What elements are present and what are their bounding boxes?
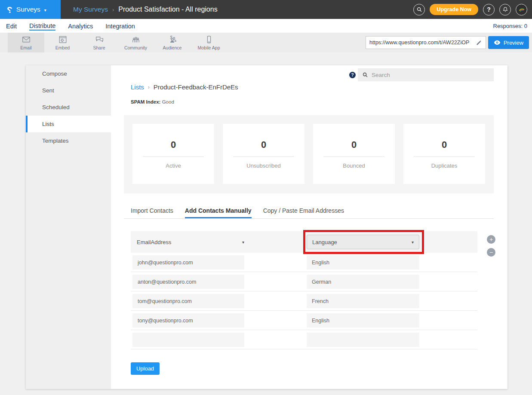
stat-card-duplicates: 0 Duplicates — [403, 124, 485, 184]
upgrade-now-button[interactable]: Upgrade Now — [430, 4, 478, 15]
toolbar-item-community[interactable]: Community — [117, 33, 154, 52]
distribute-toolbar: Email Embed Share Community $ Audience M… — [0, 33, 532, 52]
nav-item-integration[interactable]: Integration — [105, 22, 135, 30]
community-icon — [131, 35, 141, 44]
survey-nav: Edit Distribute Analytics Integration Re… — [0, 19, 532, 33]
sidebar-item-scheduled[interactable]: Scheduled — [26, 99, 111, 116]
avatar-rainbow-icon — [518, 6, 526, 13]
language-field[interactable] — [307, 275, 419, 289]
top-bar: ? Surveys ▾ My Surveys › Product Satisfa… — [0, 0, 532, 19]
email-field[interactable] — [132, 313, 244, 328]
list-breadcrumb: Lists › Product-Feedback-EnFrDeEs — [131, 83, 238, 91]
toolbar-item-email[interactable]: Email — [8, 33, 44, 52]
contact-row — [131, 311, 477, 330]
email-field[interactable] — [132, 255, 244, 269]
bell-icon — [502, 6, 508, 12]
email-field[interactable] — [132, 333, 244, 347]
chevron-down-icon: ▾ — [412, 240, 414, 245]
stat-card-active: 0 Active — [132, 124, 214, 184]
contacts-table: EmailAddress ▾ Language ▾ — [131, 231, 477, 349]
chevron-down-icon: ▾ — [242, 240, 244, 245]
sidebar-item-lists[interactable]: Lists — [26, 116, 111, 132]
contact-row — [131, 330, 477, 349]
email-field[interactable] — [132, 294, 244, 308]
preview-button[interactable]: Preview — [488, 36, 529, 49]
survey-url-group — [366, 36, 486, 49]
contacts-table-header: EmailAddress ▾ Language ▾ — [131, 231, 477, 253]
embed-icon — [58, 35, 68, 44]
search-button[interactable] — [413, 4, 425, 15]
contacts-tabs: Import Contacts Add Contacts Manually Co… — [124, 205, 494, 219]
stat-card-bounced: 0 Bounced — [313, 124, 395, 184]
list-search-box — [358, 68, 494, 81]
breadcrumb-my-surveys[interactable]: My Surveys — [73, 6, 108, 13]
spam-index: SPAM Index: Good — [131, 99, 174, 104]
help-button[interactable]: ? — [483, 4, 495, 15]
topbar-actions: Upgrade Now ? — [413, 0, 527, 19]
language-field[interactable] — [307, 313, 419, 328]
lists-content: ? Lists › Product-Feedback-EnFrDeEs SPAM… — [111, 65, 507, 389]
divider — [143, 156, 204, 157]
sidebar-item-compose[interactable]: Compose — [26, 65, 111, 82]
contact-row — [131, 253, 477, 272]
eye-icon — [494, 40, 501, 45]
contact-row — [131, 291, 477, 311]
product-switcher[interactable]: ? Surveys ▾ — [0, 0, 61, 19]
list-help-icon[interactable]: ? — [349, 72, 356, 78]
email-icon — [21, 35, 31, 44]
notifications-button[interactable] — [499, 4, 511, 15]
divider — [323, 156, 384, 157]
sidebar-item-templates[interactable]: Templates — [26, 132, 111, 149]
language-field[interactable] — [307, 333, 419, 347]
email-column-select[interactable]: EmailAddress ▾ — [137, 237, 244, 247]
nav-item-distribute[interactable]: Distribute — [29, 21, 55, 31]
divider — [233, 156, 294, 157]
survey-url-input[interactable] — [369, 40, 474, 46]
avatar[interactable] — [516, 4, 527, 15]
breadcrumb-lists-link[interactable]: Lists — [131, 83, 144, 91]
list-stats: 0 Active 0 Unsubscribed 0 Bounced 0 Dupl… — [124, 115, 494, 193]
remove-row-button[interactable]: − — [487, 248, 495, 257]
toolbar-item-embed[interactable]: Embed — [44, 33, 81, 52]
search-icon — [362, 72, 368, 78]
nav-item-edit[interactable]: Edit — [6, 22, 17, 30]
email-lists-panel: Compose Sent Scheduled Lists Templates ?… — [26, 65, 507, 389]
page-title: Product Satisfaction - All regions — [118, 6, 217, 13]
tab-import-contacts[interactable]: Import Contacts — [131, 205, 173, 218]
email-sidebar: Compose Sent Scheduled Lists Templates — [26, 65, 111, 389]
contact-row — [131, 272, 477, 291]
breadcrumb-separator-icon: › — [112, 6, 114, 13]
help-icon: ? — [487, 6, 491, 13]
product-name: Surveys — [16, 6, 40, 13]
toolbar-item-share[interactable]: Share — [81, 33, 117, 52]
search-icon — [416, 6, 422, 12]
breadcrumb: My Surveys › Product Satisfaction - All … — [73, 0, 218, 19]
questionpro-logo-icon: ? — [7, 5, 12, 14]
list-name: Product-Feedback-EnFrDeEs — [154, 83, 238, 91]
email-field[interactable] — [132, 275, 244, 289]
breadcrumb-separator-icon: › — [148, 84, 150, 90]
audience-icon: $ — [167, 35, 178, 44]
tab-copy-paste-email-addresses[interactable]: Copy / Paste Email Addresses — [263, 205, 344, 218]
toolbar-item-audience[interactable]: $ Audience — [154, 33, 191, 52]
upload-button[interactable]: Upload — [131, 362, 160, 375]
responses-count[interactable]: Responses: 0 — [493, 19, 528, 33]
add-row-button[interactable]: + — [487, 235, 495, 244]
language-field[interactable] — [307, 294, 419, 308]
nav-item-analytics[interactable]: Analytics — [68, 22, 93, 30]
edit-pencil-icon[interactable] — [476, 40, 482, 46]
chevron-down-icon: ▾ — [44, 8, 46, 12]
language-field[interactable] — [307, 255, 419, 269]
list-search-input[interactable] — [372, 72, 489, 78]
sidebar-item-sent[interactable]: Sent — [26, 82, 111, 99]
stat-card-unsubscribed: 0 Unsubscribed — [223, 124, 304, 184]
divider — [414, 156, 475, 157]
toolbar-item-mobile-app[interactable]: Mobile App — [191, 33, 227, 52]
language-column-select[interactable]: Language ▾ — [307, 235, 419, 249]
mobile-app-icon — [204, 35, 214, 44]
tab-add-contacts-manually[interactable]: Add Contacts Manually — [185, 205, 252, 218]
share-icon — [94, 35, 105, 44]
